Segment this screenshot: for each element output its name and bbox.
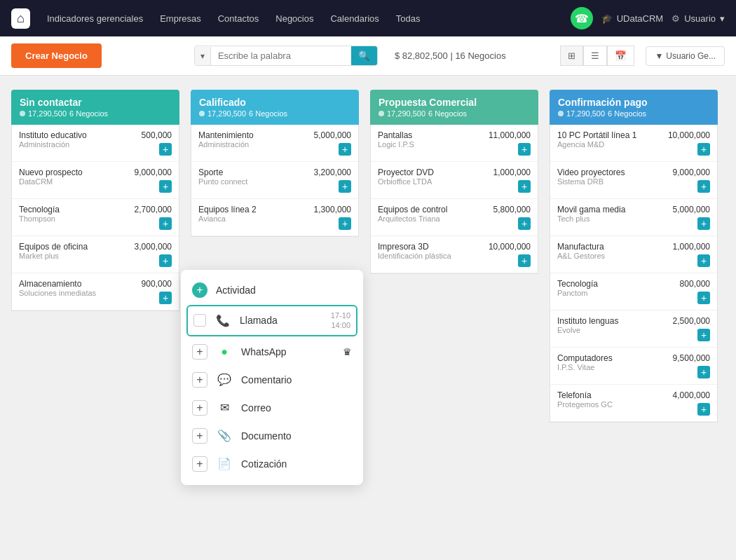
dropdown-item-correo[interactable]: + ✉ Correo <box>181 394 363 422</box>
activity-add-circle: + <box>192 282 207 298</box>
doc-icon: 📎 <box>216 428 233 437</box>
crown-icon: ♛ <box>343 346 352 357</box>
dropdown-item-whatsapp[interactable]: + ● WhatsApp ♛ <box>181 338 363 366</box>
dropdown-item-documento[interactable]: + 📎 Documento <box>181 422 363 437</box>
phone-icon: 📞 <box>214 312 231 329</box>
llamada-label: Llamada <box>240 315 322 326</box>
activity-header[interactable]: + Actividad <box>181 277 363 303</box>
activity-label: Actividad <box>216 285 256 296</box>
whatsapp-icon: ● <box>216 343 233 360</box>
action-dropdown: + Actividad 📞 Llamada 17-1014:00 + ● Wha… <box>181 270 363 437</box>
whatsapp-add-btn[interactable]: + <box>192 344 207 360</box>
dropdown-overlay[interactable] <box>0 0 736 437</box>
dropdown-item-comentario[interactable]: + 💬 Comentario <box>181 366 363 394</box>
correo-label: Correo <box>241 402 352 414</box>
comment-icon: 💬 <box>216 371 233 388</box>
comentario-label: Comentario <box>241 374 352 385</box>
correo-add-btn[interactable]: + <box>192 400 207 416</box>
dropdown-item-llamada[interactable]: 📞 Llamada 17-1014:00 <box>186 305 357 336</box>
llamada-checkbox[interactable] <box>193 314 206 327</box>
whatsapp-label: WhatsApp <box>241 346 332 357</box>
llamada-date: 17-1014:00 <box>331 310 350 331</box>
documento-add-btn[interactable]: + <box>192 428 207 437</box>
mail-icon: ✉ <box>216 399 233 416</box>
comentario-add-btn[interactable]: + <box>192 372 207 388</box>
documento-label: Documento <box>241 430 352 437</box>
